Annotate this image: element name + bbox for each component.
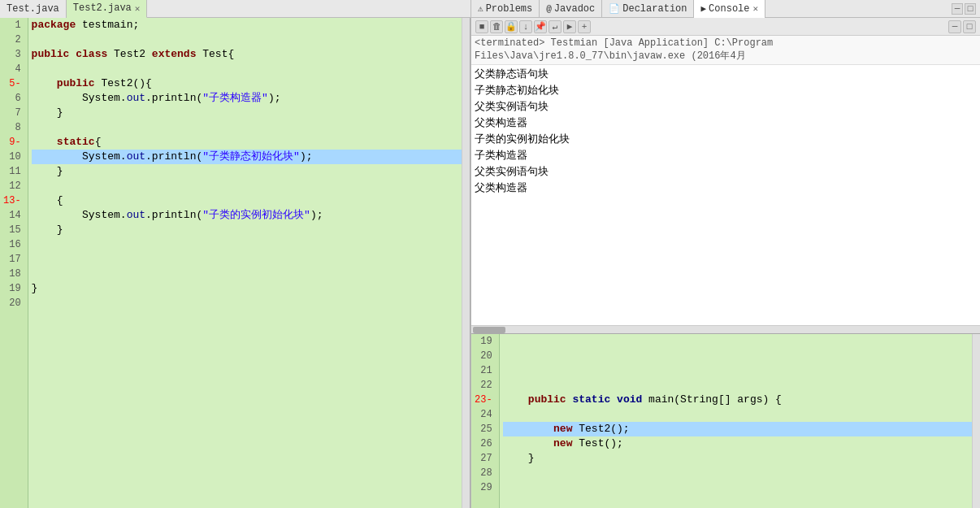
- tab-problems[interactable]: ⚠ Problems: [471, 0, 540, 18]
- minimize-icon[interactable]: ─: [952, 3, 963, 15]
- code-line: }: [32, 223, 462, 237]
- line-num: 17: [3, 252, 24, 267]
- tab-declaration[interactable]: 📄 Declaration: [602, 0, 694, 18]
- bottom-vertical-scrollbar[interactable]: [972, 334, 980, 508]
- code-line: [32, 179, 462, 193]
- console-output-line: 父类实例语句块: [475, 164, 977, 180]
- tab-label: Test.java: [7, 3, 59, 15]
- line-num-error: 5-: [3, 76, 24, 91]
- minimize-view-icon[interactable]: ─: [948, 20, 961, 33]
- line-num: 1: [3, 18, 24, 33]
- code-line: [503, 349, 972, 363]
- bottom-line-numbers: 19 20 21 22 23- 24 25 26 27 28 29: [471, 334, 500, 508]
- line-num: 19: [3, 281, 24, 296]
- console-output-line: 子类静态初始化块: [475, 83, 977, 99]
- stop-icon[interactable]: ■: [475, 20, 488, 33]
- code-line: public static void main(String[] args) {: [503, 393, 972, 407]
- console-output-line: 父类实例语句块: [475, 99, 977, 115]
- problems-icon: ⚠: [478, 3, 483, 14]
- tab-test-java[interactable]: Test.java: [0, 0, 67, 18]
- console-output: 父类静态语句块 子类静态初始化块 父类实例语句块 父类构造器 子类的实例初始化块…: [471, 65, 980, 325]
- line-num: 26: [475, 436, 496, 451]
- line-num: 15: [3, 223, 24, 237]
- line-num: 8: [3, 120, 24, 135]
- code-line: System.out.println("子类的实例初始化块");: [32, 208, 462, 223]
- line-num: 28: [475, 466, 496, 480]
- line-num: 3: [3, 47, 24, 62]
- open-console-icon[interactable]: ▶: [563, 20, 576, 33]
- maximize-view-icon[interactable]: □: [963, 20, 976, 33]
- code-line: [32, 252, 462, 267]
- console-output-line: 父类静态语句块: [475, 67, 977, 83]
- console-toolbar: ■ 🗑 🔒 ↓ 📌 ↵ ▶ + ─ □: [471, 18, 980, 36]
- code-line: [503, 480, 972, 495]
- code-line: [32, 120, 462, 135]
- line-num: 14: [3, 208, 24, 223]
- code-line: [32, 237, 462, 252]
- code-line: }: [32, 106, 462, 120]
- tab-label: Test2.java: [73, 2, 132, 14]
- line-num-error: 9-: [3, 135, 24, 150]
- console-output-line: 父类构造器: [475, 180, 977, 197]
- terminated-header: <terminated> Testmian [Java Application]…: [471, 36, 980, 65]
- tab-test2-java[interactable]: Test2.java ✕: [67, 0, 148, 18]
- console-output-line: 子类的实例初始化块: [475, 132, 977, 148]
- right-tab-bar: ⚠ Problems @ Javadoc 📄 Declaration ▶ Con…: [471, 0, 980, 18]
- code-line-highlighted: System.out.println("子类静态初始化块");: [32, 150, 462, 164]
- code-line: System.out.println("子类构造器");: [32, 91, 462, 106]
- line-num: 24: [475, 407, 496, 422]
- pin-icon[interactable]: 📌: [534, 20, 547, 33]
- scroll-lock-icon[interactable]: 🔒: [505, 20, 518, 33]
- new-console-icon[interactable]: +: [578, 20, 591, 33]
- code-area[interactable]: package testmain; public class Test2 ext…: [28, 18, 462, 508]
- console-output-line: 子类构造器: [475, 148, 977, 164]
- line-num: 27: [475, 451, 496, 466]
- h-scroll-thumb[interactable]: [473, 327, 505, 333]
- code-line: [503, 334, 972, 349]
- code-line: [32, 33, 462, 47]
- line-num: 22: [475, 378, 496, 393]
- code-line: static{: [32, 135, 462, 150]
- line-num: 29: [475, 480, 496, 495]
- code-line: public class Test2 extends Test{: [32, 47, 462, 62]
- line-num: 19: [475, 334, 496, 349]
- code-line: [503, 363, 972, 378]
- line-num: 4: [3, 62, 24, 76]
- console-h-scrollbar[interactable]: [471, 325, 980, 333]
- tab-close-icon[interactable]: ✕: [135, 3, 141, 14]
- declaration-icon: 📄: [609, 3, 620, 14]
- code-line: [32, 296, 462, 310]
- tab-javadoc[interactable]: @ Javadoc: [540, 0, 602, 18]
- javadoc-icon: @: [546, 4, 552, 14]
- tab-console[interactable]: ▶ Console ✕: [694, 0, 765, 18]
- code-line: }: [32, 281, 462, 296]
- line-num: 6: [3, 91, 24, 106]
- line-num-error: 13-: [3, 193, 24, 208]
- line-num: 16: [3, 237, 24, 252]
- code-line: [503, 407, 972, 422]
- line-num: 12: [3, 179, 24, 193]
- line-num-error: 23-: [475, 393, 496, 407]
- code-line: [503, 378, 972, 393]
- console-output-line: 父类构造器: [475, 115, 977, 132]
- clear-icon[interactable]: 🗑: [490, 20, 503, 33]
- code-line: [32, 62, 462, 76]
- code-line: new Test();: [503, 436, 972, 451]
- word-wrap-icon[interactable]: ↵: [549, 20, 562, 33]
- vertical-scrollbar[interactable]: [462, 18, 470, 508]
- line-numbers: 1 2 3 4 5- 6 7 8 9- 10 11 12 13- 14 15 1…: [0, 18, 28, 508]
- bottom-code-content[interactable]: public static void main(String[] args) {…: [500, 334, 972, 508]
- line-num: 20: [3, 296, 24, 310]
- line-num: 7: [3, 106, 24, 120]
- tab-close-icon[interactable]: ✕: [753, 3, 759, 14]
- line-num: 10: [3, 150, 24, 164]
- bottom-code-panel: 19 20 21 22 23- 24 25 26 27 28 29 public…: [471, 333, 980, 508]
- code-line: }: [503, 451, 972, 466]
- tab-label: Console: [709, 3, 749, 15]
- line-num: 2: [3, 33, 24, 47]
- scroll-end-icon[interactable]: ↓: [519, 20, 532, 33]
- line-num: 18: [3, 267, 24, 281]
- tab-label: Javadoc: [554, 3, 595, 15]
- maximize-icon[interactable]: □: [965, 3, 976, 15]
- code-line: }: [32, 164, 462, 179]
